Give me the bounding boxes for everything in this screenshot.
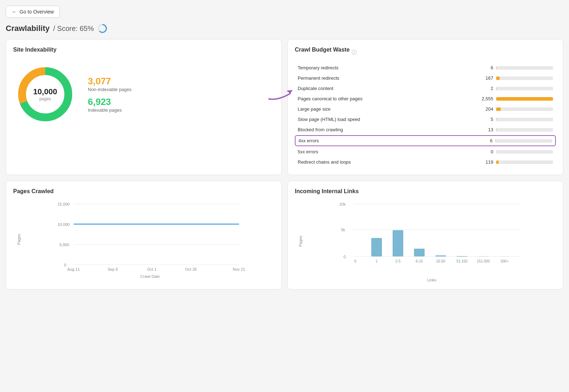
bar-1 xyxy=(371,238,382,256)
purple-arrow xyxy=(267,83,296,106)
budget-count-0: 6 xyxy=(479,65,493,70)
svg-text:10k: 10k xyxy=(339,202,346,206)
back-button[interactable]: ← Go to Overview xyxy=(6,6,60,18)
indexable-number: 6,923 xyxy=(88,96,132,107)
budget-row-3[interactable]: Pages canonical to other pages 2,555 xyxy=(295,94,556,104)
indexable-label: Indexable pages xyxy=(88,107,132,113)
budget-bar-fill-9 xyxy=(496,160,499,164)
non-indexable-number: 3,077 xyxy=(88,76,132,87)
bar-2-5 xyxy=(393,230,403,256)
pages-crawled-y-label: Pages xyxy=(17,234,21,245)
score-circle-icon xyxy=(97,23,107,33)
budget-bar-container-3 xyxy=(496,97,553,101)
crawl-budget-title: Crawl Budget Waste xyxy=(295,47,350,53)
page-title: Crawlability / Score: 65% xyxy=(6,23,563,33)
donut-chart: 10,000 pages xyxy=(13,62,77,126)
budget-count-1: 167 xyxy=(479,75,493,81)
budget-bar-container-7 xyxy=(495,139,552,143)
budget-label-6: Blocked from crawling xyxy=(298,127,476,132)
svg-marker-5 xyxy=(287,90,293,94)
bar-6-15 xyxy=(414,249,425,256)
budget-count-2: 2 xyxy=(479,86,493,91)
svg-text:5k: 5k xyxy=(341,228,345,232)
svg-text:Oct 1: Oct 1 xyxy=(147,267,156,271)
budget-label-3: Pages canonical to other pages xyxy=(298,96,476,101)
non-indexable-stat: 3,077 Non-indexable pages xyxy=(88,76,132,92)
budget-bar-container-2 xyxy=(496,87,553,90)
budget-count-7: 6 xyxy=(478,138,493,143)
site-indexability-card: Site Indexability 10,000 pages xyxy=(6,39,282,175)
bottom-grid: Pages Crawled Pages 15,000 10,000 5,000 … xyxy=(6,181,563,290)
pages-crawled-x-label: Crawl Date xyxy=(26,274,274,279)
svg-text:500+: 500+ xyxy=(501,259,509,263)
budget-count-8: 0 xyxy=(479,149,493,154)
budget-count-9: 119 xyxy=(479,159,493,165)
budget-label-9: Redirect chains and loops xyxy=(298,159,476,165)
svg-text:151-500: 151-500 xyxy=(477,259,490,263)
budget-row-4[interactable]: Large page size 204 xyxy=(295,104,556,114)
svg-text:15,000: 15,000 xyxy=(58,202,70,206)
internal-links-x-label: Links xyxy=(308,278,556,282)
internal-links-card: Incoming Internal Links Pages 10k 5k 0 xyxy=(287,181,563,290)
svg-text:Oct 26: Oct 26 xyxy=(185,267,197,271)
site-indexability-title: Site Indexability xyxy=(13,47,274,53)
budget-rows-container: Temporary redirects 6 Permanent redirect… xyxy=(295,63,556,167)
crawl-budget-card: Crawl Budget Waste ⓘ Temporary redirects… xyxy=(287,39,563,175)
internal-links-y-label: Pages xyxy=(298,235,303,247)
pages-crawled-title: Pages Crawled xyxy=(13,188,274,195)
bar-151-500 xyxy=(478,256,489,256)
bar-51-150 xyxy=(457,256,467,257)
budget-row-8[interactable]: 5xx errors 0 xyxy=(295,147,556,157)
pages-crawled-card: Pages Crawled Pages 15,000 10,000 5,000 … xyxy=(6,181,282,290)
svg-text:Nov 21: Nov 21 xyxy=(233,267,245,271)
budget-row-6[interactable]: Blocked from crawling 13 xyxy=(295,125,556,134)
budget-bar-fill-1 xyxy=(496,76,500,80)
svg-text:51-150: 51-150 xyxy=(456,259,468,263)
budget-count-6: 13 xyxy=(479,127,493,132)
budget-row-1[interactable]: Permanent redirects 167 xyxy=(295,73,556,83)
budget-label-0: Temporary redirects xyxy=(298,65,476,70)
budget-bar-fill-3 xyxy=(496,97,553,101)
svg-text:Aug 11: Aug 11 xyxy=(68,267,80,271)
budget-row-9[interactable]: Redirect chains and loops 119 xyxy=(295,157,556,167)
score-text: / Score: 65% xyxy=(53,25,94,33)
budget-label-7: 4xx errors xyxy=(298,138,475,143)
budget-label-8: 5xx errors xyxy=(298,149,476,154)
svg-text:2-5: 2-5 xyxy=(395,259,401,263)
budget-row-7[interactable]: 4xx errors 6 xyxy=(295,135,556,146)
budget-bar-container-9 xyxy=(496,160,553,164)
budget-row-5[interactable]: Slow page (HTML) load speed 5 xyxy=(295,115,556,124)
page-title-text: Crawlability xyxy=(6,24,49,33)
internal-links-chart: 10k 5k 0 xyxy=(308,200,556,275)
budget-bar-container-6 xyxy=(496,128,553,132)
back-button-label: Go to Overview xyxy=(20,9,54,15)
svg-text:16-50: 16-50 xyxy=(436,259,445,263)
budget-bar-container-5 xyxy=(496,118,553,121)
budget-bar-container-1 xyxy=(496,76,553,80)
back-arrow-icon: ← xyxy=(12,9,17,15)
budget-label-2: Duplicate content xyxy=(298,86,476,91)
svg-text:5,000: 5,000 xyxy=(59,243,69,247)
budget-bar-container-0 xyxy=(496,66,553,70)
svg-text:0: 0 xyxy=(354,259,356,263)
crawl-budget-title-row: Crawl Budget Waste ⓘ xyxy=(295,47,556,59)
svg-text:6-15: 6-15 xyxy=(416,259,423,263)
budget-row-2[interactable]: Duplicate content 2 xyxy=(295,84,556,93)
budget-count-4: 204 xyxy=(479,106,493,112)
budget-label-4: Large page size xyxy=(298,106,476,112)
index-stats: 3,077 Non-indexable pages 6,923 Indexabl… xyxy=(88,76,132,113)
total-pages-number: 10,000 xyxy=(33,87,57,96)
svg-text:0: 0 xyxy=(64,263,66,267)
budget-label-5: Slow page (HTML) load speed xyxy=(298,117,476,122)
bar-16-50 xyxy=(435,255,446,256)
budget-label-1: Permanent redirects xyxy=(298,75,476,81)
indexable-stat: 6,923 Indexable pages xyxy=(88,96,132,113)
total-pages-label: pages xyxy=(33,96,57,101)
non-indexable-label: Non-indexable pages xyxy=(88,87,132,92)
budget-count-3: 2,555 xyxy=(479,96,493,101)
info-icon: ⓘ xyxy=(352,49,357,56)
donut-center: 10,000 pages xyxy=(33,87,57,101)
svg-text:10,000: 10,000 xyxy=(58,222,70,227)
budget-row-0[interactable]: Temporary redirects 6 xyxy=(295,63,556,73)
svg-text:0: 0 xyxy=(344,255,346,259)
